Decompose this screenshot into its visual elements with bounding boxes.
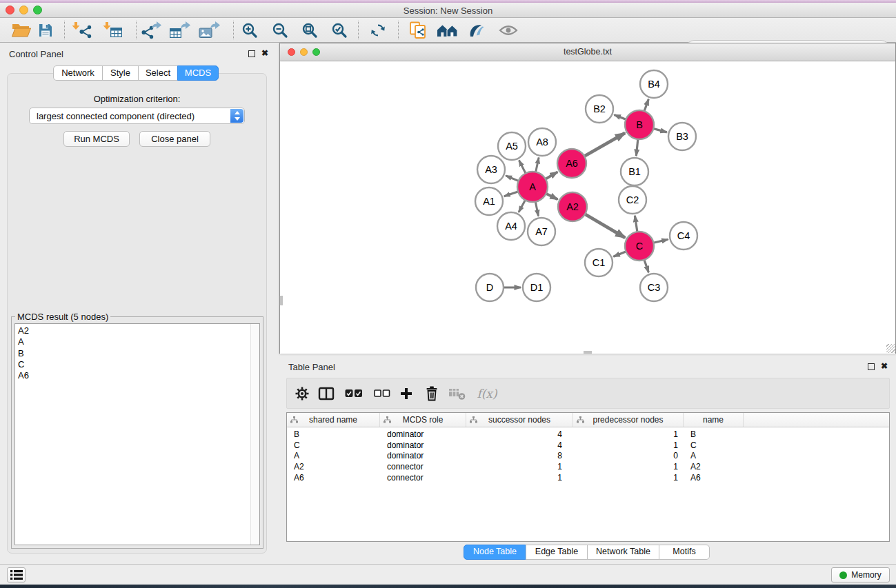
show-hide-button[interactable] [495, 20, 521, 41]
column-header-predecessor-nodes[interactable]: predecessor nodes [573, 413, 684, 427]
network-window-titlebar[interactable]: testGlobe.txt [280, 43, 895, 61]
control-panel-float-button[interactable] [248, 50, 255, 57]
nested-networks-button[interactable] [435, 20, 461, 41]
table-cell[interactable]: A2 [684, 462, 744, 473]
table-cell[interactable]: connector [380, 462, 466, 473]
export-image-button[interactable] [197, 20, 223, 41]
table-panel-close-button[interactable]: ✖ [881, 363, 888, 369]
table-cell[interactable]: 0 [573, 451, 684, 462]
table-cell[interactable]: dominator [380, 440, 466, 452]
table-row[interactable]: Bdominator41B [287, 429, 889, 440]
graph-node-label: A8 [536, 136, 548, 148]
table-cell[interactable]: 1 [466, 462, 573, 473]
table-panel-title: Table Panel [288, 362, 335, 372]
table-cell[interactable]: 4 [466, 440, 573, 452]
graph-node-label: A4 [505, 221, 517, 232]
table-cell[interactable]: dominator [380, 429, 466, 440]
column-header-mcds-role[interactable]: MCDS role [380, 413, 466, 427]
table-cell[interactable]: 1 [573, 473, 684, 484]
table-cell[interactable]: dominator [380, 451, 466, 462]
duplicate-network-button[interactable] [405, 20, 431, 41]
column-header-filler [744, 413, 889, 427]
table-cell[interactable]: 4 [466, 429, 573, 440]
tab-motifs[interactable]: Motifs [659, 545, 710, 560]
open-session-button[interactable] [8, 20, 34, 41]
table-cell[interactable]: 1 [573, 462, 684, 473]
tab-select[interactable]: Select [138, 65, 178, 81]
delete-table-icon [448, 387, 466, 401]
deselect-all-button[interactable] [370, 383, 394, 404]
table-row[interactable]: A2connector11A2 [287, 462, 889, 473]
table-cell[interactable]: A [287, 451, 380, 462]
import-network-button[interactable] [69, 20, 95, 41]
tab-style[interactable]: Style [102, 65, 139, 81]
table-cell[interactable]: connector [380, 473, 466, 484]
mcds-result-item[interactable]: A2 [15, 325, 250, 336]
table-row[interactable]: A6connector11A6 [287, 473, 889, 484]
table-cell[interactable]: 1 [466, 473, 573, 484]
export-table-button[interactable] [167, 20, 193, 41]
vertical-scrollbar-thumb[interactable] [280, 296, 283, 305]
tab-edge-table[interactable]: Edge Table [526, 545, 588, 560]
main-titlebar[interactable]: Session: New Session [0, 3, 896, 18]
mcds-result-listbox: A2ABCA6 [14, 323, 260, 545]
import-table-button[interactable] [100, 20, 126, 41]
delete-table-button[interactable] [446, 383, 469, 404]
zoom-selected-button[interactable] [326, 20, 352, 41]
add-column-button[interactable] [395, 383, 418, 404]
table-cell[interactable]: 8 [466, 451, 573, 462]
table-cell[interactable]: A6 [684, 473, 744, 484]
mcds-result-item[interactable]: B [15, 348, 250, 359]
delete-button[interactable] [420, 383, 444, 404]
zoom-out-button[interactable] [267, 20, 293, 41]
export-network-button[interactable] [138, 20, 164, 41]
table-row[interactable]: Cdominator41C [287, 440, 889, 452]
column-header-successor-nodes[interactable]: successor nodes [466, 413, 573, 427]
show-columns-button[interactable] [315, 383, 338, 404]
table-settings-button[interactable] [290, 383, 314, 404]
mcds-list-scrollbar[interactable] [250, 324, 259, 545]
function-builder-button[interactable]: f(x) [472, 383, 502, 404]
select-all-button[interactable] [342, 383, 366, 404]
criterion-select[interactable]: largest connected component (directed) [29, 108, 245, 124]
table-cell[interactable]: 1 [573, 429, 684, 440]
network-canvas[interactable]: B4B2BB3A5A8A6A3B1AA1C2A2A4A7C4CC1C3DD1 [280, 61, 895, 354]
table-cell[interactable]: C [684, 440, 744, 452]
tab-mcds[interactable]: MCDS [177, 65, 219, 81]
zoom-fit-button[interactable] [297, 20, 323, 41]
table-cell[interactable]: B [287, 429, 380, 440]
zoom-in-button[interactable] [237, 20, 263, 41]
table-cell[interactable]: 1 [573, 440, 684, 452]
control-panel-close-button[interactable]: ✖ [261, 50, 268, 57]
save-session-button[interactable] [32, 20, 59, 41]
run-mcds-button[interactable]: Run MCDS [63, 131, 130, 147]
deselect-all-icon [374, 389, 390, 398]
table-panel-float-button[interactable] [868, 363, 875, 370]
table-cell[interactable]: B [684, 429, 744, 440]
export-image-icon [199, 21, 221, 39]
column-header-shared-name[interactable]: shared name [287, 413, 380, 427]
refresh-layout-button[interactable] [365, 20, 391, 41]
graphics-details-button[interactable] [464, 20, 490, 41]
graph-node-label: A2 [566, 201, 579, 212]
tab-network[interactable]: Network [53, 65, 103, 81]
memory-button[interactable]: Memory [831, 567, 890, 582]
export-network-icon [140, 21, 162, 39]
network-canvas-svg[interactable]: B4B2BB3A5A8A6A3B1AA1C2A2A4A7C4CC1C3DD1 [280, 61, 895, 354]
table-cell[interactable]: C [287, 440, 380, 452]
main-toolbar [0, 18, 896, 43]
table-cell[interactable]: A [684, 451, 744, 462]
close-panel-button[interactable]: Close panel [139, 131, 210, 147]
column-header-name[interactable]: name [684, 413, 744, 427]
mcds-result-item[interactable]: A [15, 336, 250, 347]
task-history-button[interactable] [7, 567, 26, 582]
mcds-result-item[interactable]: A6 [15, 370, 250, 381]
tab-node-table[interactable]: Node Table [464, 545, 526, 560]
table-cell[interactable]: A2 [287, 462, 380, 473]
tab-network-table[interactable]: Network Table [587, 545, 659, 560]
window-resize-grip[interactable] [886, 344, 895, 353]
horizontal-scrollbar-thumb[interactable] [584, 351, 592, 354]
table-cell[interactable]: A6 [287, 473, 380, 484]
mcds-result-item[interactable]: C [15, 359, 250, 370]
table-row[interactable]: Adominator80A [287, 451, 889, 462]
